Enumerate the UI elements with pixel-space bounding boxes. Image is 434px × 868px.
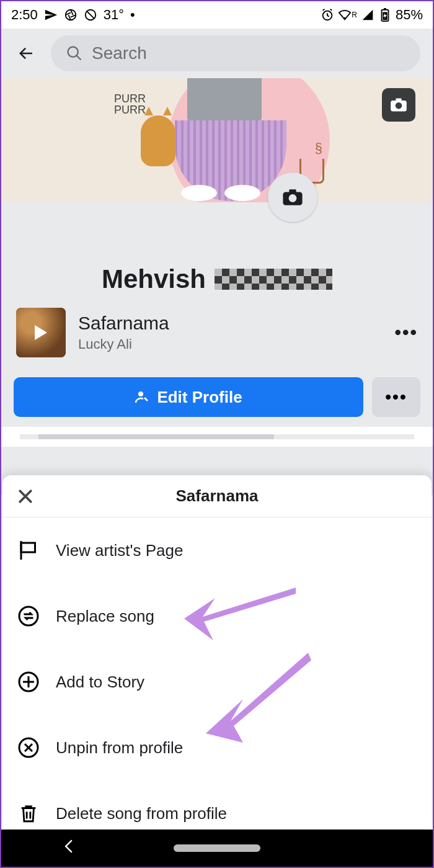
back-button[interactable] — [14, 41, 38, 66]
status-time: 2:50 — [11, 7, 38, 23]
svg-rect-6 — [384, 8, 386, 10]
menu-view-artist-page[interactable]: View artist's Page — [2, 517, 432, 583]
album-art[interactable] — [16, 308, 66, 357]
svg-point-4 — [343, 17, 346, 20]
svg-point-8 — [68, 47, 78, 57]
svg-rect-12 — [396, 99, 401, 102]
status-temp: 31° — [104, 7, 124, 23]
send-icon — [44, 8, 58, 22]
play-icon — [35, 325, 47, 340]
sheet-header: Safarnama — [2, 475, 432, 517]
profile-actions: Edit Profile ••• — [1, 371, 433, 427]
camera-icon — [282, 188, 303, 207]
svg-rect-15 — [289, 189, 296, 193]
wifi-icon — [338, 8, 352, 22]
menu-label: Unpin from profile — [56, 738, 183, 758]
svg-point-11 — [396, 102, 402, 109]
svg-point-14 — [289, 194, 297, 202]
edit-profile-button[interactable]: Edit Profile — [14, 377, 363, 417]
alarm-icon — [321, 8, 334, 22]
svg-point-0 — [66, 10, 76, 20]
song-more-button[interactable]: ••• — [394, 322, 418, 343]
menu-label: Replace song — [56, 607, 154, 626]
aperture-icon — [64, 8, 78, 22]
cover-photo[interactable]: PURR PURR § — [1, 78, 433, 202]
plus-circle-icon — [16, 669, 41, 694]
menu-add-to-story[interactable]: Add to Story — [2, 649, 432, 715]
redacted-surname — [215, 269, 332, 290]
x-circle-icon — [16, 735, 41, 760]
top-bar: Search — [1, 29, 433, 78]
menu-label: View artist's Page — [56, 541, 183, 560]
search-input[interactable]: Search — [51, 35, 420, 71]
edit-profile-label: Edit Profile — [157, 388, 242, 407]
nav-home-pill[interactable] — [174, 844, 260, 852]
roaming-label: R — [352, 11, 357, 19]
status-battery: 85% — [396, 7, 423, 23]
search-placeholder: Search — [92, 43, 147, 63]
profile-info: Mehvish — [1, 202, 433, 294]
menu-unpin-from-profile[interactable]: Unpin from profile — [2, 715, 432, 781]
svg-point-16 — [138, 391, 143, 396]
cover-camera-button[interactable] — [382, 88, 415, 122]
song-title: Safarnama — [78, 313, 382, 334]
sheet-title: Safarnama — [14, 486, 420, 506]
edit-person-icon — [135, 390, 149, 405]
status-bar: 2:50 31° • R 85% — [1, 1, 433, 29]
trash-icon — [16, 801, 41, 826]
menu-label: Add to Story — [56, 673, 144, 692]
pinned-song-row[interactable]: Safarnama Lucky Ali ••• — [1, 294, 433, 371]
svg-line-2 — [86, 11, 94, 19]
search-icon — [66, 45, 83, 62]
nav-back-button[interactable] — [63, 839, 74, 857]
svg-line-9 — [77, 56, 81, 60]
profile-more-button[interactable]: ••• — [372, 377, 420, 417]
menu-replace-song[interactable]: Replace song — [2, 583, 432, 649]
avatar-camera-button[interactable] — [268, 172, 317, 222]
song-artist: Lucky Ali — [78, 336, 382, 352]
swap-icon — [16, 604, 41, 629]
battery-icon — [378, 8, 392, 22]
scroll-indicator — [20, 434, 414, 439]
location-off-icon — [84, 8, 97, 22]
status-dot: • — [130, 7, 135, 23]
bottom-sheet: Safarnama View artist's Page Replace son… — [2, 475, 432, 828]
signal-icon — [361, 8, 374, 22]
profile-name: Mehvish — [102, 264, 206, 294]
camera-icon — [390, 97, 407, 112]
flag-icon — [16, 538, 41, 563]
svg-point-19 — [19, 607, 38, 625]
purr-text: PURR PURR — [114, 93, 146, 115]
android-nav-bar — [1, 830, 433, 867]
svg-rect-18 — [21, 543, 35, 552]
menu-label: Delete song from profile — [56, 804, 227, 823]
